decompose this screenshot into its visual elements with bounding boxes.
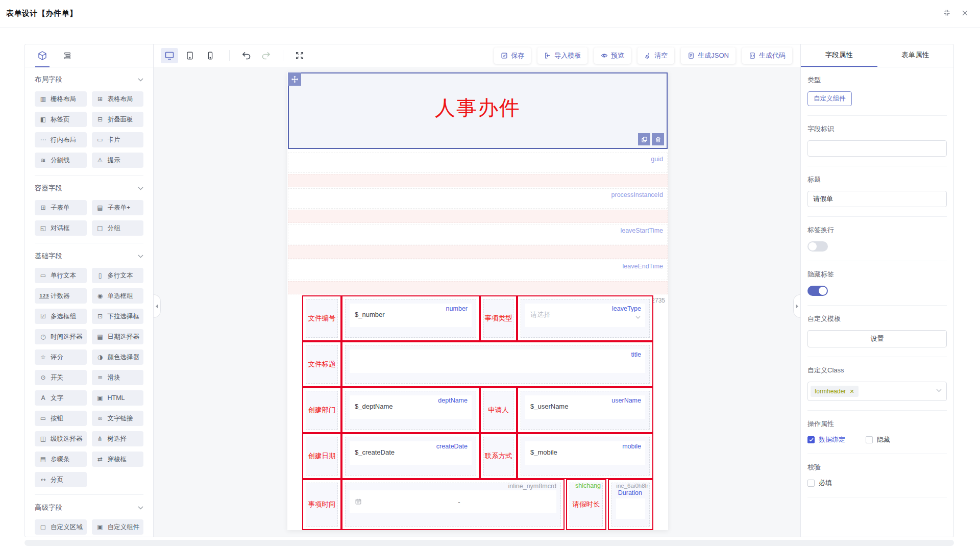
palette-item-color-picker[interactable]: ◑颜色选择器 <box>92 349 144 365</box>
tab-form-properties[interactable]: 表单属性 <box>877 44 954 67</box>
palette-section-header[interactable]: 布局字段 <box>35 75 143 84</box>
palette-item-pagination[interactable]: ↔分页 <box>35 472 87 487</box>
input-cell-mobile[interactable]: $_mobilemobile <box>517 433 653 479</box>
palette-item-html[interactable]: ▣HTML <box>92 390 144 406</box>
palette-item-transfer[interactable]: ⇄穿梭框 <box>92 452 144 467</box>
palette-item-time-picker[interactable]: ◷时间选择器 <box>35 329 87 344</box>
fullscreen-icon[interactable] <box>295 51 304 60</box>
custom-class-select[interactable]: formheader ✕ <box>807 382 947 401</box>
device-mobile-button[interactable] <box>202 48 219 63</box>
palette-item-steps[interactable]: ▤步骤条 <box>35 452 87 467</box>
input-cell-title[interactable]: title <box>341 341 653 387</box>
palette-item-divider[interactable]: ≋分割线 <box>35 153 87 168</box>
required-checkbox[interactable]: 必填 <box>807 479 947 488</box>
hidden-field-strip <box>288 210 668 223</box>
hide-label-toggle[interactable] <box>807 286 828 296</box>
form-header-component[interactable]: 人事办件 <box>288 72 668 149</box>
palette-item-slider[interactable]: ≡滑块 <box>92 370 144 385</box>
chevron-down-icon <box>138 255 143 258</box>
delete-component-icon[interactable] <box>652 133 664 145</box>
drag-handle-icon[interactable] <box>288 72 301 86</box>
hide-checkbox[interactable]: 隐藏 <box>866 435 890 444</box>
clear-button[interactable]: 清空 <box>638 47 674 64</box>
palette-item-multi-line-text[interactable]: ▯多行文本 <box>92 268 144 283</box>
tab-outline-icon[interactable] <box>63 44 72 67</box>
template-setting-button[interactable]: 设置 <box>807 330 947 347</box>
palette-item-checkbox-group[interactable]: ☑多选框组 <box>35 309 87 324</box>
tag-remove-icon[interactable]: ✕ <box>849 388 854 395</box>
label-wrap-toggle[interactable] <box>807 241 828 252</box>
tab-components-cube-icon[interactable] <box>37 44 47 67</box>
palette-item-switch[interactable]: ⊙开关 <box>35 370 87 385</box>
palette-item-grid-layout[interactable]: ▥栅格布局 <box>35 91 87 107</box>
palette-item-text[interactable]: A文字 <box>35 390 87 406</box>
input-cell-duration[interactable]: ine_6ai0h8lr Duration <box>608 479 653 530</box>
palette-item-dialog[interactable]: ◱对话框 <box>35 220 87 236</box>
tab-field-properties[interactable]: 字段属性 <box>801 44 877 67</box>
palette-item-subform-plus[interactable]: ▤子表单+ <box>92 200 144 215</box>
palette-item-alert[interactable]: ⚠提示 <box>92 153 144 168</box>
horizontal-scrollbar[interactable] <box>24 540 954 546</box>
device-desktop-button[interactable] <box>161 48 178 63</box>
palette-item-collapse-panel[interactable]: ⊟折叠面板 <box>92 112 144 127</box>
save-button[interactable]: 保存 <box>494 47 531 64</box>
palette-item-radio-group[interactable]: ◉单选框组 <box>92 288 144 304</box>
type-tag[interactable]: 自定义组件 <box>807 91 852 106</box>
generate-code-button[interactable]: 生成代码 <box>742 47 792 64</box>
table-row: 创建日期 $_createDatecreateDate 联系方式 $_mobil… <box>302 433 653 479</box>
import-template-button[interactable]: 导入模板 <box>537 47 587 64</box>
input-cell-dept[interactable]: $_deptNamedeptName <box>341 387 480 433</box>
palette-item-button[interactable]: ▭按钮 <box>35 411 87 426</box>
palette-item-cascader[interactable]: ◫级联选择器 <box>35 431 87 446</box>
label-cell-duration: shichang 请假时长 <box>566 479 606 530</box>
design-canvas[interactable]: 人事办件 guid processInstanceId <box>154 67 800 537</box>
field-id-input[interactable] <box>807 140 947 157</box>
hidden-field-leave-end-time[interactable]: leaveEndTime <box>288 260 668 294</box>
close-icon[interactable] <box>961 9 969 17</box>
data-binding-checkbox[interactable]: 数据绑定 <box>807 435 845 444</box>
date-range-cell[interactable]: inline_nym8mcrd leavedate - <box>341 479 565 530</box>
palette-item-custom-component[interactable]: ▣自定义组件 <box>92 519 144 535</box>
palette-item-rate[interactable]: ☆评分 <box>35 349 87 365</box>
palette-item-select[interactable]: ⊡下拉选择框 <box>92 309 144 324</box>
hidden-field-process-instance-id[interactable]: processInstanceId <box>288 188 668 223</box>
hidden-field-leave-start-time[interactable]: leaveStartTime <box>288 224 668 259</box>
input-cell-create-date[interactable]: $_createDatecreateDate <box>341 433 480 479</box>
subform-plus-icon: ▤ <box>96 204 104 211</box>
palette-item-text-link[interactable]: ∞文字链接 <box>92 411 144 426</box>
palette-section-header[interactable]: 基础字段 <box>35 252 143 261</box>
palette-item-group[interactable]: □分组 <box>92 220 144 236</box>
palette-item-single-line-text[interactable]: ▭单行文本 <box>35 268 87 283</box>
collapse-right-panel-handle[interactable] <box>793 294 800 318</box>
preview-button[interactable]: 预览 <box>594 47 631 64</box>
chevron-down-icon <box>936 389 942 392</box>
import-template-label: 导入模板 <box>554 51 581 60</box>
device-tablet-button[interactable] <box>181 48 199 63</box>
palette-item-table-layout[interactable]: ⊞表格布局 <box>92 91 144 107</box>
title-input[interactable] <box>807 191 947 207</box>
palette-section-header[interactable]: 高级字段 <box>35 503 143 512</box>
input-cell-applicant[interactable]: $_userNameuserName <box>517 387 653 433</box>
palette-item-tabs[interactable]: ◧标签页 <box>35 112 87 127</box>
rate-star-icon: ☆ <box>39 354 47 361</box>
title-label: 标题 <box>807 175 947 184</box>
undo-icon[interactable] <box>241 51 252 61</box>
generate-json-button[interactable]: 生成JSON <box>681 47 736 64</box>
hidden-field-guid[interactable]: guid <box>288 153 668 187</box>
hidden-field-strip <box>288 281 668 294</box>
input-cell-number[interactable]: $_numbernumber <box>341 295 480 341</box>
redo-icon[interactable] <box>261 51 271 61</box>
palette-item-tree-select[interactable]: ⋔树选择 <box>92 431 144 446</box>
select-cell-leave-type[interactable]: 请选择leaveType <box>517 295 653 341</box>
collapse-left-panel-handle[interactable] <box>154 294 161 318</box>
palette-item-inline-layout[interactable]: ⋯行内布局 <box>35 132 87 147</box>
palette-item-custom-area[interactable]: ▢自定义区域 <box>35 519 87 535</box>
palette-item-card[interactable]: ▭卡片 <box>92 132 144 147</box>
palette-item-date-picker[interactable]: ▦日期选择器 <box>92 329 144 344</box>
fullscreen-exit-icon[interactable] <box>943 9 951 17</box>
date-range-separator: - <box>362 498 556 506</box>
palette-section-header[interactable]: 容器字段 <box>35 184 143 193</box>
palette-item-subform[interactable]: ⊞子表单 <box>35 200 87 215</box>
copy-component-icon[interactable] <box>638 133 650 145</box>
palette-item-counter[interactable]: 123计数器 <box>35 288 87 304</box>
